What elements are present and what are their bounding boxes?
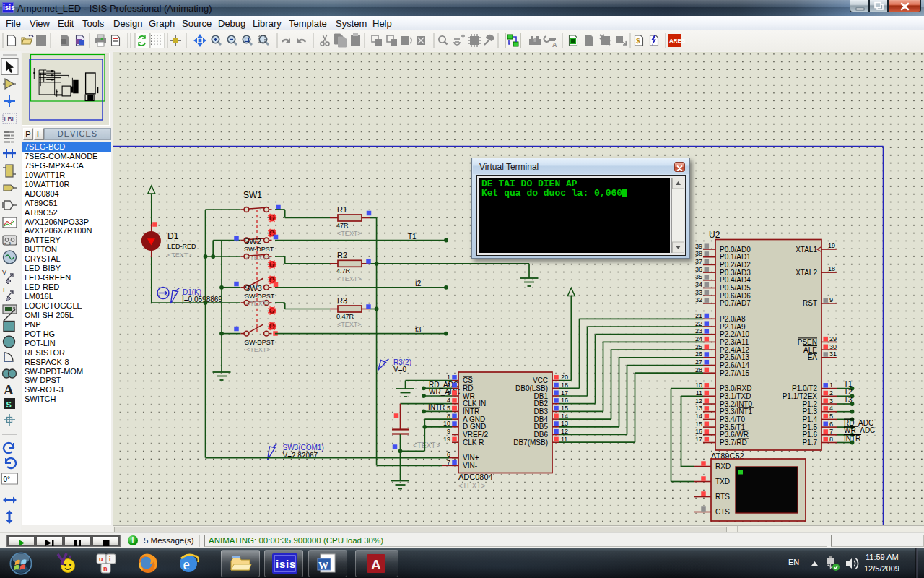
svg-text:ARES: ARES <box>669 38 686 44</box>
svg-text:23: 23 <box>695 327 702 335</box>
svg-text:12: 12 <box>561 428 568 435</box>
svg-text:INTR: INTR <box>463 407 479 415</box>
svg-text:u: u <box>99 556 103 563</box>
svg-text:W: W <box>318 561 328 571</box>
svg-text:25: 25 <box>695 343 702 350</box>
svg-text:5: 5 <box>447 405 450 412</box>
svg-text:21: 21 <box>695 312 702 319</box>
svg-text:SW-DPST: SW-DPST <box>245 339 275 346</box>
svg-text:WR: WR <box>463 392 475 400</box>
svg-text:6: 6 <box>829 420 833 428</box>
svg-text:11: 11 <box>696 389 702 397</box>
svg-text:RD: RD <box>463 384 473 392</box>
svg-text:XTAL2: XTAL2 <box>796 269 817 277</box>
svg-text:9: 9 <box>447 428 450 435</box>
svg-text:28: 28 <box>695 366 702 374</box>
svg-text:33: 33 <box>695 289 702 296</box>
svg-text:13: 13 <box>695 405 702 412</box>
svg-text:INTR: INTR <box>844 434 860 442</box>
svg-text:15: 15 <box>561 405 568 412</box>
svg-text:P3.1/TXD: P3.1/TXD <box>720 392 751 400</box>
svg-text:A GND: A GND <box>463 415 485 423</box>
svg-text:I=0.0598869: I=0.0598869 <box>182 296 222 303</box>
svg-text:13: 13 <box>561 420 568 427</box>
svg-text:47R: 47R <box>336 222 349 229</box>
svg-text:P2.7/A15: P2.7/A15 <box>720 369 750 377</box>
svg-text:T1: T1 <box>408 233 417 241</box>
svg-text:P2.5/A13: P2.5/A13 <box>720 353 750 361</box>
svg-text:e_9: e_9 <box>4 242 11 246</box>
svg-text:<TEXT>: <TEXT> <box>337 230 362 237</box>
svg-text:DB0(LSB): DB0(LSB) <box>515 384 548 392</box>
svg-text:14: 14 <box>695 413 702 420</box>
svg-text:t2: t2 <box>415 280 422 288</box>
svg-text:P1.6: P1.6 <box>802 431 817 439</box>
svg-text:36: 36 <box>695 266 702 273</box>
svg-text:VCC: VCC <box>533 376 548 384</box>
svg-text:D1: D1 <box>167 231 179 241</box>
svg-text:T2: T2 <box>844 388 853 396</box>
svg-text:12: 12 <box>695 397 702 405</box>
svg-text:VREF/2: VREF/2 <box>463 431 488 439</box>
svg-text:1: 1 <box>829 381 833 389</box>
svg-text:P0.7/AD7: P0.7/AD7 <box>720 299 751 307</box>
svg-text:P0.0/AD0: P0.0/AD0 <box>720 246 751 254</box>
svg-text:22: 22 <box>695 320 702 327</box>
svg-text:PSEN: PSEN <box>798 338 817 346</box>
svg-text:DB1: DB1 <box>534 392 549 400</box>
svg-text:39: 39 <box>695 243 702 250</box>
svg-text:LBL: LBL <box>4 116 16 123</box>
svg-text:5: 5 <box>829 413 833 420</box>
svg-text:SW-DPST: SW-DPST <box>245 293 275 300</box>
svg-text:P0.3/AD3: P0.3/AD3 <box>720 269 751 277</box>
svg-text:DB4: DB4 <box>534 415 549 423</box>
svg-text:P2.4/A12: P2.4/A12 <box>720 346 750 354</box>
svg-text:CTS: CTS <box>715 508 730 516</box>
svg-text:16: 16 <box>561 397 568 404</box>
svg-text:<TEXT>: <TEXT> <box>246 300 271 307</box>
svg-text:R3: R3 <box>337 296 347 305</box>
svg-text:10: 10 <box>443 420 450 427</box>
svg-text:18: 18 <box>561 381 568 389</box>
svg-text:4: 4 <box>829 405 833 412</box>
svg-text:e: e <box>183 556 190 573</box>
svg-text:4: 4 <box>447 397 450 404</box>
svg-text:P1.3: P1.3 <box>802 407 817 415</box>
svg-text:A: A <box>4 382 14 397</box>
svg-text:DB3: DB3 <box>534 407 549 415</box>
svg-text:R2: R2 <box>337 251 347 259</box>
svg-text:4.7R: 4.7R <box>336 267 351 275</box>
svg-text:VIN-: VIN- <box>463 462 477 470</box>
svg-text:31: 31 <box>829 350 837 358</box>
svg-text:SW3: SW3 <box>245 284 262 293</box>
svg-text:P2.6/A14: P2.6/A14 <box>720 361 750 369</box>
svg-text:t3: t3 <box>415 326 422 334</box>
svg-text:0.47R: 0.47R <box>336 313 354 320</box>
svg-text:P2.3/A11: P2.3/A11 <box>720 338 749 346</box>
svg-text:38: 38 <box>695 250 702 257</box>
svg-text:11: 11 <box>561 436 567 443</box>
svg-text:<TEXT>: <TEXT> <box>167 251 192 259</box>
svg-text:P2.0/A8: P2.0/A8 <box>720 315 746 323</box>
svg-text:3: 3 <box>829 397 833 405</box>
svg-text:P1.7: P1.7 <box>802 439 817 447</box>
svg-text:RXD: RXD <box>715 462 731 470</box>
svg-text:SW1: SW1 <box>243 190 262 200</box>
svg-text:30: 30 <box>829 343 837 350</box>
svg-text:P1.5: P1.5 <box>802 423 817 431</box>
svg-text:T3: T3 <box>844 396 853 404</box>
svg-text:P0.6/AD6: P0.6/AD6 <box>720 292 751 300</box>
svg-text:DB5: DB5 <box>534 423 549 431</box>
svg-text:n: n <box>103 565 108 572</box>
svg-text:DB7(MSB): DB7(MSB) <box>513 439 548 447</box>
svg-text:P1.0/T2: P1.0/T2 <box>792 384 817 392</box>
svg-text:I: I <box>3 286 5 293</box>
svg-text:P3.7/RD: P3.7/RD <box>720 439 747 447</box>
svg-text:26: 26 <box>695 350 702 358</box>
svg-text:<TEXT>: <TEXT> <box>413 441 440 449</box>
svg-text:P3.5/T1: P3.5/T1 <box>720 423 745 431</box>
svg-text:9: 9 <box>829 296 833 303</box>
svg-text:7: 7 <box>447 459 450 466</box>
svg-text:P2.1/A9: P2.1/A9 <box>720 323 746 331</box>
svg-text:R1: R1 <box>337 205 347 214</box>
